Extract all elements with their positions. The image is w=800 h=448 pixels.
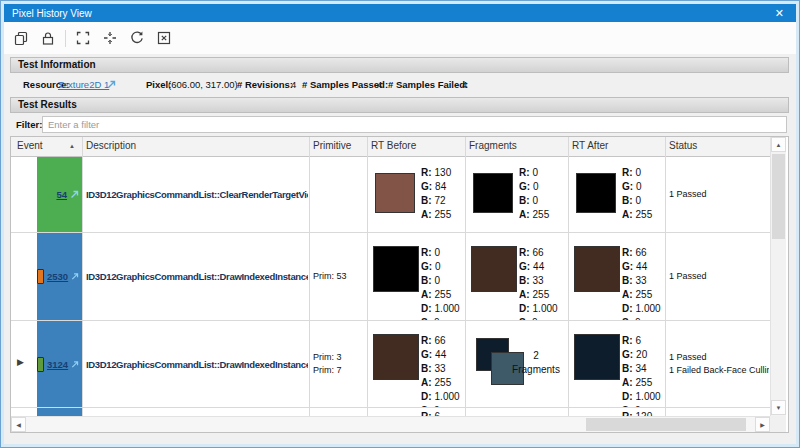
revisions-label: # Revisions: (237, 79, 293, 90)
rt-before-swatch (375, 173, 415, 213)
expand-button[interactable] (73, 28, 93, 48)
test-information-header: Test Information (10, 57, 789, 73)
scroll-right-icon: ▶ (760, 421, 765, 428)
filter-label: Filter: (16, 119, 42, 130)
fragments-swatch (471, 246, 517, 292)
title-bar: Pixel History View ✕ (4, 4, 796, 22)
collapse-icon (102, 30, 118, 46)
rt-before-values: R:0 G:0 B:0 A:255 D:1.000 S:0 (421, 246, 460, 321)
filter-input[interactable] (42, 116, 787, 133)
column-header-primitive[interactable]: Primitive (313, 140, 351, 151)
description-cell: ID3D12GraphicsCommandList::DrawIndexedIn… (86, 321, 308, 407)
column-header-event[interactable]: Event (17, 140, 43, 151)
expand-icon (75, 30, 91, 46)
scroll-down-icon: ▼ (776, 405, 782, 411)
goto-event-icon[interactable] (70, 190, 79, 199)
goto-event-icon[interactable] (71, 272, 79, 281)
event-link[interactable]: 2530 (47, 271, 68, 282)
table-row[interactable]: 2530 ID3D12GraphicsCommandList::DrawInde… (11, 233, 772, 321)
resource-link[interactable]: Texture2D 1 (58, 79, 109, 90)
samples-passed-label: # Samples Passed: (302, 79, 388, 90)
primitive-cell: Prim: 3 Prim: 7 (313, 321, 365, 407)
goto-event-icon[interactable] (71, 360, 79, 369)
refresh-icon (129, 30, 145, 46)
column-divider (665, 137, 666, 416)
scroll-up-button[interactable]: ▲ (771, 137, 786, 152)
status-cell: 1 Passed (669, 233, 769, 320)
draw-marker-icon (37, 357, 44, 372)
table-row[interactable]: 54 ID3D12GraphicsCommandList::ClearRende… (11, 157, 772, 233)
test-information-title: Test Information (18, 59, 96, 70)
toolbar (4, 22, 796, 54)
status-cell: 1 Passed (669, 157, 769, 232)
collapse-button[interactable] (100, 28, 120, 48)
fragments-swatch (473, 173, 513, 213)
rt-before-swatch (373, 246, 419, 292)
draw-marker-icon (37, 269, 44, 284)
close-box-icon (156, 30, 172, 46)
column-divider (309, 137, 310, 416)
horizontal-scroll-thumb[interactable] (586, 418, 746, 431)
scroll-left-icon: ◀ (16, 421, 21, 428)
column-header-rt-after[interactable]: RT After (572, 140, 608, 151)
revisions-value: 4 (291, 79, 296, 90)
refresh-button[interactable] (127, 28, 147, 48)
fragments-count: 2 Fragments (506, 349, 566, 377)
fragments-values: R:0 G:0 B:0 A:255 (519, 166, 549, 222)
event-cell: 3124 (37, 321, 82, 407)
column-divider (465, 137, 466, 416)
table-row[interactable]: ▶ 3124 ID3D12GraphicsCommandList::DrawIn… (11, 321, 772, 408)
rt-after-swatch (576, 173, 616, 213)
scroll-up-icon: ▲ (776, 142, 782, 148)
status-cell: 1 Passed 1 Failed Back-Face Culling T (669, 321, 769, 407)
event-cell (37, 408, 82, 416)
event-link[interactable]: 3124 (47, 359, 68, 370)
lock-icon (40, 30, 56, 46)
rt-after-swatch (574, 246, 620, 292)
samples-passed-value: 4 (377, 79, 382, 90)
event-link[interactable]: 54 (56, 189, 67, 200)
resource-goto-icon[interactable] (107, 80, 116, 89)
horizontal-scrollbar[interactable]: ◀ ▶ (11, 416, 770, 432)
column-divider (82, 137, 83, 416)
samples-failed-value: 4 (462, 79, 467, 90)
pixel-value: (606.00, 317.00) (168, 79, 238, 90)
scroll-down-button[interactable]: ▼ (771, 400, 786, 415)
scroll-right-button[interactable]: ▶ (755, 417, 770, 432)
event-cell: 2530 (37, 233, 82, 320)
table-row[interactable]: R:6 R:120 (11, 408, 772, 416)
rt-after-swatch (574, 334, 620, 380)
scroll-left-button[interactable]: ◀ (11, 417, 26, 432)
test-results-header: Test Results (10, 97, 789, 113)
vertical-scrollbar[interactable]: ▲ ▼ (770, 137, 786, 416)
rt-after-values: R:6 G:20 B:34 A:255 D:1.000 S:0 (622, 334, 661, 408)
close-icon[interactable]: ✕ (775, 8, 788, 19)
scrollbar-corner (770, 416, 786, 432)
rt-before-values: R:130 G:84 B:72 A:255 (421, 166, 451, 222)
sort-ascending-icon: ▲ (69, 143, 75, 149)
description-cell: ID3D12GraphicsCommandList::ClearRenderTa… (86, 157, 308, 232)
close-view-button[interactable] (154, 28, 174, 48)
rt-after-values: R:0 G:0 B:0 A:255 (622, 166, 652, 222)
description-cell: ID3D12GraphicsCommandList::DrawIndexedIn… (86, 233, 308, 320)
event-cell: 54 (37, 157, 82, 232)
results-grid: Event ▲ Description Primitive RT Before … (10, 136, 789, 433)
column-divider (568, 137, 569, 416)
pixel-history-window: Pixel History View ✕ (0, 0, 800, 448)
rt-after-values: R:66 G:44 B:33 A:255 D:1.000 S:0 (622, 246, 661, 321)
fragments-values: R:66 G:44 B:33 A:255 D:1.000 S:0 (519, 246, 558, 321)
column-header-status[interactable]: Status (669, 140, 697, 151)
copy-button[interactable] (11, 28, 31, 48)
column-header-rt-before[interactable]: RT Before (371, 140, 416, 151)
toolbar-separator (65, 30, 66, 47)
column-divider (367, 137, 368, 416)
vertical-scroll-thumb[interactable] (772, 154, 785, 239)
copy-icon (13, 30, 29, 46)
column-header-description[interactable]: Description (86, 140, 136, 151)
rt-before-swatch (373, 334, 419, 380)
samples-failed-label: # Samples Failed: (388, 79, 468, 90)
row-expand-icon[interactable]: ▶ (17, 357, 24, 367)
column-header-fragments[interactable]: Fragments (469, 140, 517, 151)
lock-button[interactable] (38, 28, 58, 48)
primitive-cell: Prim: 53 (313, 233, 365, 320)
